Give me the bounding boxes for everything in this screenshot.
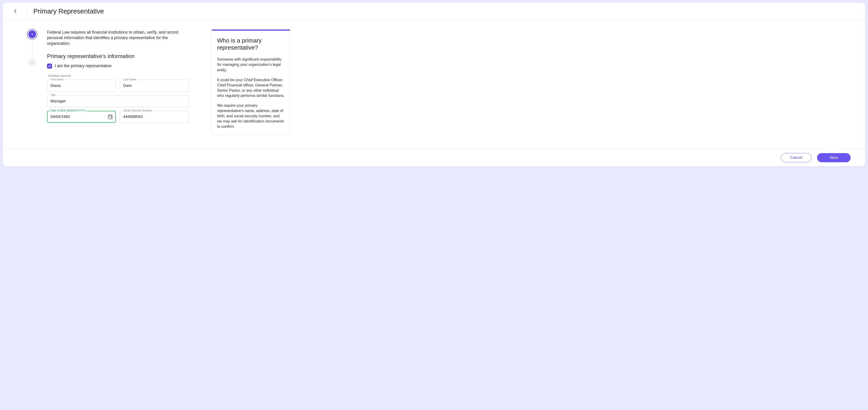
step-2: 2 [28,59,36,66]
info-para-2: It could be your Chief Executive Officer… [217,77,285,98]
back-button[interactable] [3,3,27,20]
info-panel-title: Who is a primary representative? [217,37,285,51]
name-row: First name Last Name [47,80,189,92]
step-indicator: 1 2 [17,29,47,142]
dob-ssn-row: Date of Birth (MM/DD/YYYY) [47,111,189,123]
title-row: Title [47,95,189,107]
dob-input[interactable] [47,111,116,123]
svg-rect-4 [111,117,112,118]
page-header: Primary Representative [3,3,865,20]
page-body: 1 2 Federal Law requires all financial i… [3,20,865,149]
title-field: Title [47,95,189,107]
check-icon [48,65,51,67]
info-para-3: We require your primary representative's… [217,103,285,129]
dob-label: Date of Birth (MM/DD/YYYY) [49,109,87,112]
primary-rep-checkbox-row[interactable]: I am the primary representative [47,63,189,68]
svg-rect-3 [111,114,112,115]
title-input[interactable] [47,95,189,107]
info-panel: Who is a primary representative? Someone… [211,29,290,135]
calendar-icon[interactable] [108,114,113,119]
first-name-input[interactable] [47,80,116,92]
required-fields-note: All fields required [47,74,189,78]
main-content: Federal Law requires all financial insti… [47,29,328,142]
last-name-input[interactable] [120,80,189,92]
intro-text: Federal Law requires all financial insti… [47,29,189,46]
page-card: Primary Representative 1 2 Federal Law r… [3,3,865,166]
first-name-field: First name [47,80,116,92]
ssn-field: Social Security Number [120,111,189,123]
ssn-label: Social Security Number [122,109,153,112]
checkbox-box [47,63,52,68]
form-area: Federal Law requires all financial insti… [47,29,189,142]
dob-field: Date of Birth (MM/DD/YYYY) [47,111,116,123]
next-button[interactable]: Next [817,153,851,162]
section-title: Primary representative's information [47,53,189,59]
title-label: Title [49,93,57,97]
ssn-input[interactable] [120,111,189,123]
chevron-left-icon [14,9,17,13]
page-title: Primary Representative [27,7,104,15]
svg-rect-2 [109,114,110,115]
last-name-label: Last Name [122,78,138,81]
first-name-label: First name [49,78,65,81]
checkbox-label: I am the primary representative [55,63,112,68]
last-name-field: Last Name [120,80,189,92]
page-footer: Cancel Next [3,149,865,166]
cancel-button[interactable]: Cancel [781,153,812,162]
info-para-1: Someone with significant responsibility … [217,57,285,72]
step-1: 1 [28,30,36,38]
